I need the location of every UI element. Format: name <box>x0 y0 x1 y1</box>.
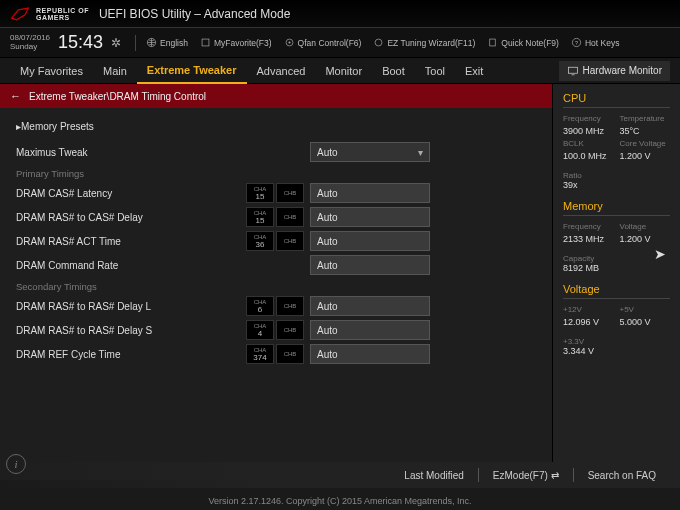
hotkeys-button[interactable]: ?Hot Keys <box>567 35 624 50</box>
back-arrow-icon[interactable]: ← <box>10 90 21 102</box>
svg-rect-5 <box>490 39 496 46</box>
language-button[interactable]: English <box>142 35 192 50</box>
swap-icon: ⇄ <box>551 470 559 481</box>
favorite-icon <box>200 37 211 48</box>
svg-text:?: ? <box>575 40 578 46</box>
primary-timings-heading: Primary Timings <box>16 168 542 179</box>
hardware-monitor-toggle[interactable]: Hardware Monitor <box>559 61 670 81</box>
mem-volt-value: 1.200 V <box>620 234 671 244</box>
tab-extreme-tweaker[interactable]: Extreme Tweaker <box>137 58 247 84</box>
maximus-tweak-row: Maximus Tweak Auto <box>16 140 542 164</box>
toolbar: 08/07/2016Sunday 15:43 ✲ English MyFavor… <box>0 28 680 58</box>
ras-act-field[interactable]: Auto <box>310 231 430 251</box>
tab-exit[interactable]: Exit <box>455 59 493 83</box>
ras-ras-s-row: DRAM RAS# to RAS# Delay S CHA4 CHB Auto <box>16 318 542 342</box>
ras-cas-row: DRAM RAS# to CAS# Delay CHA15 CHB Auto <box>16 205 542 229</box>
help-icon: ? <box>571 37 582 48</box>
maximus-tweak-dropdown[interactable]: Auto <box>310 142 430 162</box>
brand-text: REPUBLIC OFGAMERS <box>36 7 89 21</box>
tab-tool[interactable]: Tool <box>415 59 455 83</box>
ezmode-button[interactable]: EzMode(F7) ⇄ <box>483 466 569 485</box>
copyright-text: Version 2.17.1246. Copyright (C) 2015 Am… <box>0 496 680 506</box>
memory-presets-row[interactable]: ▸ Memory Presets <box>16 114 542 138</box>
svg-rect-8 <box>568 67 577 73</box>
tab-advanced[interactable]: Advanced <box>247 59 316 83</box>
myfavorite-button[interactable]: MyFavorite(F3) <box>196 35 276 50</box>
cmd-rate-field[interactable]: Auto <box>310 255 430 275</box>
quicknote-button[interactable]: Quick Note(F9) <box>483 35 563 50</box>
breadcrumb: Extreme Tweaker\DRAM Timing Control <box>29 91 206 102</box>
ras-act-row: DRAM RAS# ACT Time CHA36 CHB Auto <box>16 229 542 253</box>
main-panel: ← Extreme Tweaker\DRAM Timing Control ▸ … <box>0 84 552 480</box>
fan-icon <box>284 37 295 48</box>
sb-voltage-heading: Voltage <box>563 283 670 299</box>
svg-point-3 <box>288 41 290 43</box>
ras-ras-l-field[interactable]: Auto <box>310 296 430 316</box>
monitor-icon <box>567 65 579 77</box>
globe-icon <box>146 37 157 48</box>
sb-cpu-heading: CPU <box>563 92 670 108</box>
footer-bar: Last Modified EzMode(F7) ⇄ Search on FAQ <box>0 462 680 488</box>
eztuning-button[interactable]: EZ Tuning Wizard(F11) <box>369 35 479 50</box>
page-title: UEFI BIOS Utility – Advanced Mode <box>99 7 290 21</box>
clock: 15:43 <box>58 32 103 53</box>
ras-ras-s-field[interactable]: Auto <box>310 320 430 340</box>
sb-memory-heading: Memory <box>563 200 670 216</box>
cpu-temp-value: 35°C <box>620 126 671 136</box>
tab-main[interactable]: Main <box>93 59 137 83</box>
header-bar: REPUBLIC OFGAMERS UEFI BIOS Utility – Ad… <box>0 0 680 28</box>
v33-value: 3.344 V <box>563 346 670 356</box>
secondary-timings-heading: Secondary Timings <box>16 281 542 292</box>
breadcrumb-bar: ← Extreme Tweaker\DRAM Timing Control <box>0 84 552 108</box>
ref-cycle-field[interactable]: Auto <box>310 344 430 364</box>
svg-point-4 <box>375 39 382 46</box>
cpu-freq-value: 3900 MHz <box>563 126 614 136</box>
svg-rect-1 <box>202 39 209 46</box>
tab-strip: My Favorites Main Extreme Tweaker Advanc… <box>0 58 680 84</box>
search-faq-button[interactable]: Search on FAQ <box>578 466 666 485</box>
tab-my-favorites[interactable]: My Favorites <box>10 59 93 83</box>
ref-cycle-row: DRAM REF Cycle Time CHA374 CHB Auto <box>16 342 542 366</box>
hardware-monitor-panel: CPU FrequencyTemperature 3900 MHz35°C BC… <box>552 84 680 480</box>
maximus-tweak-label: Maximus Tweak <box>16 147 246 158</box>
tab-monitor[interactable]: Monitor <box>315 59 372 83</box>
date-block: 08/07/2016Sunday <box>10 34 50 52</box>
rog-logo-icon <box>10 6 30 22</box>
gear-icon[interactable]: ✲ <box>111 36 121 50</box>
cas-cha-box: CHA15 <box>246 183 274 203</box>
bclk-value: 100.0 MHz <box>563 151 614 161</box>
ras-cas-field[interactable]: Auto <box>310 207 430 227</box>
cas-latency-row: DRAM CAS# Latency CHA15 CHB Auto <box>16 181 542 205</box>
qfan-button[interactable]: Qfan Control(F6) <box>280 35 366 50</box>
last-modified-button[interactable]: Last Modified <box>394 466 473 485</box>
cas-latency-field[interactable]: Auto <box>310 183 430 203</box>
cmd-rate-row: DRAM Command Rate Auto <box>16 253 542 277</box>
tab-boot[interactable]: Boot <box>372 59 415 83</box>
v5-value: 5.000 V <box>620 317 671 327</box>
note-icon <box>487 37 498 48</box>
ratio-value: 39x <box>563 180 670 190</box>
wizard-icon <box>373 37 384 48</box>
ras-ras-l-row: DRAM RAS# to RAS# Delay L CHA6 CHB Auto <box>16 294 542 318</box>
core-voltage-value: 1.200 V <box>620 151 671 161</box>
mem-freq-value: 2133 MHz <box>563 234 614 244</box>
cas-chb-box: CHB <box>276 183 304 203</box>
mem-cap-value: 8192 MB <box>563 263 670 273</box>
v12-value: 12.096 V <box>563 317 614 327</box>
